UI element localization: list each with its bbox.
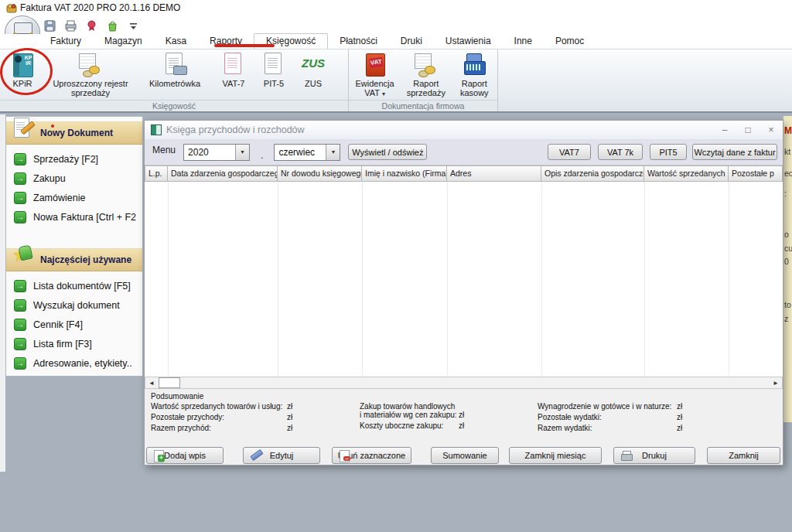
- customize-toolbar-arrow-icon[interactable]: [127, 19, 140, 32]
- column-header-wartosc[interactable]: Wartość sprzedanych: [644, 165, 729, 182]
- tab-platnosci[interactable]: Płatności: [328, 34, 389, 49]
- sidebar-item-lista-firm[interactable]: → Lista firm [F3]: [6, 334, 142, 353]
- ribbon-item-raport-kasowy[interactable]: Raport kasowy: [451, 51, 497, 98]
- horizontal-scrollbar[interactable]: ◄ ►: [145, 377, 783, 389]
- sidebar-item-sprzedazy[interactable]: → Sprzedaży [F2]: [6, 149, 142, 169]
- sidebar-item-label: Zakupu: [33, 173, 66, 184]
- ribbon-item-zus[interactable]: ZUS ZUS: [294, 51, 333, 89]
- kpir-dialog: Księga przychodów i rozchodów – □ × Menu…: [144, 120, 783, 466]
- green-arrow-icon: →: [14, 192, 26, 204]
- green-arrow-icon: →: [14, 319, 26, 331]
- ribbon-item-label: Ewidencja VAT ▾: [350, 79, 399, 99]
- chevron-down-icon[interactable]: ▼: [326, 145, 340, 160]
- sidebar-section-title: Nowy Dokument: [40, 128, 113, 138]
- month-value: czerwiec: [275, 147, 326, 158]
- tab-pomoc[interactable]: Pomoc: [544, 34, 596, 49]
- sidebar-section-title: Najczęściej używane: [40, 254, 131, 265]
- sidebar-item-zakupu[interactable]: → Zakupu: [6, 169, 142, 188]
- print-icon[interactable]: [64, 19, 77, 32]
- table-body-empty[interactable]: [145, 182, 783, 377]
- close-month-button[interactable]: Zamknij miesiąc: [509, 447, 602, 464]
- ribbon-item-uproszczony-rejestr[interactable]: Uproszczony rejestr sprzedaży: [45, 51, 136, 98]
- table-header-row: L.p. Data zdarzenia gospodarczego Nr dow…: [145, 165, 783, 182]
- star-thumb-icon: ★: [12, 244, 36, 268]
- column-header-opis[interactable]: Opis zdarzenia gospodarczego: [541, 165, 644, 182]
- sidebar-item-nowa-faktura[interactable]: → Nowa Faktura [Ctrl + F2: [6, 207, 142, 227]
- column-header-imie-nazwisko[interactable]: Imię i nazwisko (Firma): [362, 165, 447, 182]
- summary-label: Wynagrodzenie w gotówce i w naturze:: [538, 402, 677, 411]
- vat7-button[interactable]: VAT7: [548, 144, 591, 160]
- close-button[interactable]: ×: [760, 121, 783, 139]
- close-dialog-button[interactable]: Zamknij: [707, 447, 780, 464]
- tab-ustawienia[interactable]: Ustawienia: [434, 34, 503, 49]
- pit5-button[interactable]: PIT5: [650, 144, 687, 160]
- dialog-title: Księga przychodów i rozchodów: [166, 124, 305, 135]
- sidebar-item-label: Wyszukaj dokument: [33, 300, 120, 311]
- edit-button[interactable]: Edytuj: [243, 447, 320, 464]
- dialog-footer: + Dodaj wpis Edytuj – Usuń zaznaczone Su…: [145, 446, 783, 465]
- print-button[interactable]: Drukuj: [613, 447, 695, 464]
- sidebar-item-wyszukaj-dokument[interactable]: → Wyszukaj dokument: [6, 295, 142, 315]
- chevron-down-icon[interactable]: ▼: [235, 145, 249, 160]
- sum-button[interactable]: Sumowanie: [431, 447, 499, 464]
- column-header-lp[interactable]: L.p.: [145, 165, 168, 182]
- tab-magazyn[interactable]: Magazyn: [93, 34, 154, 49]
- sidebar-item-cennik[interactable]: → Cennik [F4]: [6, 315, 142, 334]
- document-pencil-icon: [12, 118, 36, 141]
- summary-value: zł: [677, 402, 682, 411]
- green-arrow-icon: →: [14, 211, 26, 223]
- annotation-underline-ksiegowosc: [214, 44, 275, 47]
- year-select[interactable]: 2020 ▼: [183, 144, 250, 161]
- sidebar-item-label: Lista dokumentów [F5]: [33, 281, 131, 292]
- minimize-button[interactable]: –: [713, 121, 736, 139]
- refresh-button[interactable]: Wyświetl / odśwież: [348, 144, 427, 160]
- column-header-nr-dowodu[interactable]: Nr dowodu księgowego: [278, 165, 362, 182]
- tab-kasa[interactable]: Kasa: [154, 34, 198, 49]
- summary-label: Pozostałe przychody:: [151, 413, 287, 421]
- cash-register-icon: [462, 52, 486, 78]
- dialog-toolbar: Menu 2020 ▼ . czerwiec ▼ Wyświetl / odśw…: [145, 139, 783, 165]
- ribbon-item-label: Uproszczony rejestr sprzedaży: [46, 79, 135, 97]
- column-header-pozostale[interactable]: Pozostałe p: [729, 165, 783, 182]
- bg-text-fragment: 0: [784, 257, 789, 266]
- green-arrow-icon: →: [14, 357, 26, 370]
- month-select[interactable]: czerwiec ▼: [274, 144, 340, 161]
- column-header-data-zdarzenia[interactable]: Data zdarzenia gospodarczego: [168, 165, 278, 182]
- quick-access-toolbar: [43, 17, 140, 34]
- badge-icon[interactable]: [85, 19, 98, 32]
- sidebar-item-zamowienie[interactable]: → Zamówienie: [6, 188, 142, 207]
- ribbon-item-vat7[interactable]: VAT-7: [213, 51, 254, 89]
- summary-value: zł: [287, 413, 292, 421]
- bg-text-fragment: M: [784, 125, 792, 136]
- ribbon-item-pit5[interactable]: PIT-5: [254, 51, 294, 89]
- ribbon-item-ewidencja-vat[interactable]: VAT Ewidencja VAT ▾: [349, 51, 401, 100]
- ribbon-group-dokumentacja: VAT Ewidencja VAT ▾ Raport sprzedaży Rap…: [349, 49, 497, 111]
- tab-inne[interactable]: Inne: [503, 34, 544, 49]
- maximize-button[interactable]: □: [736, 121, 760, 139]
- scroll-left-icon[interactable]: ◄: [145, 377, 158, 388]
- sidebar-item-lista-dokumentow[interactable]: → Lista dokumentów [F5]: [6, 276, 142, 295]
- ribbon: KP iR KPiR Uproszczony rejestr sprzedaży…: [0, 49, 792, 112]
- tab-druki[interactable]: Druki: [389, 34, 434, 49]
- dialog-titlebar[interactable]: Księga przychodów i rozchodów – □ ×: [145, 121, 783, 139]
- column-header-adres[interactable]: Adres: [447, 165, 541, 182]
- save-icon[interactable]: [43, 19, 56, 32]
- sidebar-item-label: Adresowanie, etykiety..: [33, 358, 132, 369]
- ribbon-item-kilometrowka[interactable]: Kilometrówka: [136, 51, 213, 89]
- dialog-icon: [151, 124, 162, 135]
- scrollbar-thumb[interactable]: [159, 377, 180, 388]
- load-invoices-button[interactable]: Wczytaj dane z faktur: [692, 144, 777, 160]
- vat7k-button[interactable]: VAT 7k: [598, 144, 643, 160]
- ribbon-item-raport-sprzedazy[interactable]: Raport sprzedaży: [401, 51, 451, 98]
- sidebar-item-label: Nowa Faktura [Ctrl + F2: [33, 212, 136, 223]
- tab-faktury[interactable]: Faktury: [39, 34, 93, 49]
- pit5-document-icon: [261, 52, 286, 78]
- ribbon-item-label: Raport sprzedaży: [402, 79, 449, 97]
- delete-selected-button[interactable]: – Usuń zaznaczone: [332, 447, 411, 464]
- table-coins-icon: [78, 52, 103, 78]
- bag-icon[interactable]: [106, 19, 119, 32]
- scroll-right-icon[interactable]: ►: [770, 377, 782, 388]
- sidebar-item-adresowanie[interactable]: → Adresowanie, etykiety..: [6, 353, 142, 373]
- sidebar-section-header-najczesciej: ★ Najczęściej używane: [6, 248, 142, 271]
- add-entry-button[interactable]: + Dodaj wpis: [146, 447, 224, 464]
